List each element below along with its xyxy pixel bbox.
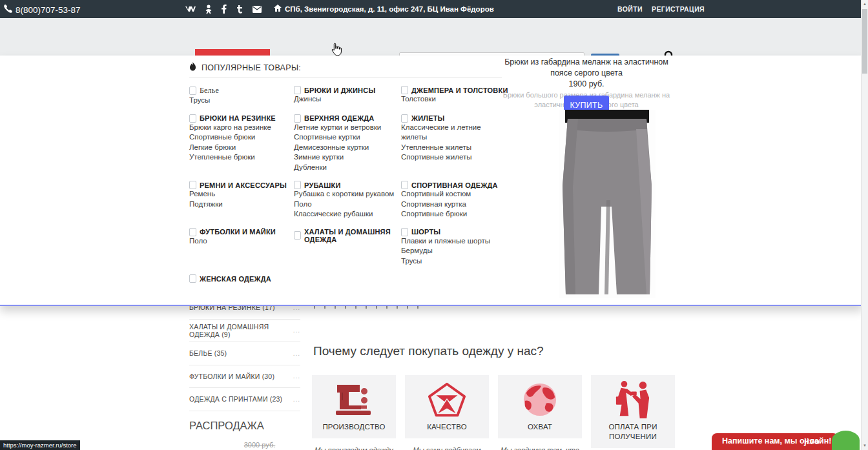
menu-subcategory-link[interactable]: Спортивные жилеты: [401, 152, 508, 163]
menu-subcategory-link[interactable]: Спортивная куртка: [401, 199, 508, 210]
menu-subcategory-link[interactable]: Ремень: [189, 189, 294, 199]
sidebar-category-item[interactable]: ОДЕЖДА С ПРИНТАМИ (23)...: [189, 388, 300, 411]
menu-category-label: БРЮКИ И ДЖИНСЫ: [304, 87, 375, 94]
menu-subcategory-link[interactable]: Летние куртки и ветровки: [294, 123, 401, 133]
menu-category-link[interactable]: ШОРТЫ: [401, 228, 508, 236]
sidebar-category-label: ХАЛАТЫ И ДОМАШНЯЯ ОДЕЖДА (9): [189, 323, 293, 338]
menu-group: ВЕРХНЯЯ ОДЕЖДАЛетние куртки и ветровкиСп…: [294, 114, 401, 173]
globe-icon: [521, 382, 559, 418]
promo-product-title: Брюки из габардина меланж на эластичном …: [497, 57, 676, 79]
sidebar-category-item[interactable]: БЕЛЬЕ (35)...: [189, 342, 300, 365]
dress-icon: [189, 274, 196, 283]
menu-category-link[interactable]: БРЮКИ НА РЕЗИНКЕ: [189, 114, 294, 123]
topbar: 8(800)707-53-87 СПб, Звенигородская, д. …: [0, 0, 868, 18]
scrollbar-up-arrow[interactable]: ▲: [862, 2, 867, 6]
menu-category-label: ДЖЕМПЕРА И ТОЛСТОВКИ: [411, 87, 508, 94]
menu-subcategory-link[interactable]: Классические рубашки: [294, 209, 401, 220]
phone-icon: [4, 4, 13, 15]
elastic-pants-icon: [189, 114, 196, 123]
menu-group: ХАЛАТЫ И ДОМАШНЯЯ ОДЕЖДА: [294, 228, 401, 267]
menu-category-label: ЖИЛЕТЫ: [411, 114, 445, 122]
feature-title: ОХВАТ: [528, 422, 552, 432]
menu-subcategory-link[interactable]: Поло: [294, 199, 401, 210]
menu-subcategory-link[interactable]: Трусы: [189, 96, 294, 106]
menu-category-label: ХАЛАТЫ И ДОМАШНЯЯ ОДЕЖДА: [304, 228, 401, 243]
vk-icon[interactable]: [185, 5, 196, 13]
scrollbar-down-arrow[interactable]: ▼: [862, 444, 867, 447]
menu-category-link[interactable]: ЖЕНСКАЯ ОДЕЖДА: [189, 274, 294, 283]
sweater-icon: [401, 86, 408, 94]
menu-category-label: БРЮКИ НА РЕЗИНКЕ: [200, 114, 276, 122]
menu-group: [401, 274, 508, 283]
menu-subcategory-link[interactable]: Утепленные жилеты: [401, 143, 508, 153]
menu-category-link[interactable]: ВЕРХНЯЯ ОДЕЖДА: [294, 114, 401, 123]
sidebar-category-label: ФУТБОЛКИ И МАЙКИ (30): [189, 373, 274, 380]
feature-text: Мы производим одежду: [312, 445, 396, 450]
sidebar-more-indicator: ...: [293, 327, 300, 334]
menu-subcategory-link[interactable]: Демисезонные куртки: [294, 143, 401, 153]
shorts-icon: [401, 228, 408, 236]
menu-subcategory-link[interactable]: Спортивные брюки: [189, 132, 294, 143]
menu-subcategory-link[interactable]: Подтяжки: [189, 199, 294, 210]
menu-subcategory-link[interactable]: Толстовки: [401, 94, 508, 105]
menu-subcategory-link[interactable]: Джинсы: [294, 94, 401, 105]
menu-subcategory-link[interactable]: Зимние куртки: [294, 152, 401, 163]
feature-card-top: ОПЛАТА ПРИ ПОЛУЧЕНИИ: [591, 375, 675, 448]
menu-group: ШОРТЫПлавки и пляжные шортыБермудыТрусы: [401, 228, 508, 267]
menu-subcategory-link[interactable]: Поло: [189, 236, 294, 247]
menu-category-link[interactable]: ЖИЛЕТЫ: [401, 114, 508, 123]
phone-number: 8(800)707-53-87: [4, 4, 81, 15]
promo-product-image: [559, 110, 656, 301]
chat-leaf-icon[interactable]: [832, 431, 860, 450]
menu-category-link[interactable]: БРЮКИ И ДЖИНСЫ: [294, 86, 401, 94]
register-link[interactable]: РЕГИСТРАЦИЯ: [652, 5, 705, 13]
sale-old-price: 3000 руб.: [227, 441, 292, 449]
feature-card: ПРОИЗВОДСТВОМы производим одежду: [312, 375, 396, 450]
tshirt-icon: [189, 228, 196, 236]
scrollbar-thumb[interactable]: [862, 9, 867, 74]
menu-subcategory-link[interactable]: Плавки и пляжные шорты: [401, 236, 508, 247]
payment-on-delivery-icon: [614, 382, 652, 418]
store-address-text: СПб, Звенигородская, д. 11, офис 247, БЦ…: [285, 5, 494, 13]
menu-subcategory-link[interactable]: Рубашка с коротким рукавом: [294, 189, 401, 199]
login-link[interactable]: ВОЙТИ: [617, 5, 643, 13]
menu-category-link[interactable]: СПОРТИВНАЯ ОДЕЖДА: [401, 181, 508, 189]
menu-category-link[interactable]: ДЖЕМПЕРА И ТОЛСТОВКИ: [401, 86, 508, 94]
menu-category-label: ФУТБОЛКИ И МАЙКИ: [200, 228, 276, 236]
menu-category-label: РЕМНИ И АКСЕССУАРЫ: [200, 181, 287, 189]
menu-subcategory-link[interactable]: Спортивные куртки: [294, 132, 401, 143]
menu-subcategory-link[interactable]: Трусы: [401, 256, 508, 267]
menu-category-label: ШОРТЫ: [411, 228, 440, 236]
menu-subcategory-link[interactable]: Классические и летние жилеты: [401, 123, 508, 143]
scrollbar[interactable]: ▲ ▼: [861, 0, 868, 450]
popular-products-title: ПОПУЛЯРНЫЕ ТОВАРЫ:: [202, 63, 301, 72]
sidebar-category-item[interactable]: ХАЛАТЫ И ДОМАШНЯЯ ОДЕЖДА (9)...: [189, 320, 300, 343]
menu-subcategory-link[interactable]: Утепленные брюки: [189, 152, 294, 163]
menu-category-label: СПОРТИВНАЯ ОДЕЖДА: [411, 181, 498, 189]
menu-subcategory-link[interactable]: Брюки карго на резинке: [189, 123, 294, 133]
facebook-icon[interactable]: [222, 5, 227, 14]
menu-category-link[interactable]: ХАЛАТЫ И ДОМАШНЯЯ ОДЕЖДА: [294, 228, 401, 243]
chat-widget[interactable]: Напишите нам, мы онлайн! jivo: [712, 433, 838, 450]
status-bar-url: https://moy-razmer.ru/store: [0, 440, 80, 450]
menu-subcategory-link[interactable]: Бермуды: [401, 246, 508, 256]
menu-subcategory-link[interactable]: Дубленки: [294, 163, 401, 173]
odnoklassniki-icon[interactable]: [205, 5, 212, 14]
feature-card-top: ПРОИЗВОДСТВО: [312, 375, 396, 438]
menu-subcategory-link[interactable]: Спортивные брюки: [401, 209, 508, 220]
sidebar-category-item[interactable]: ФУТБОЛКИ И МАЙКИ (30)...: [189, 365, 300, 389]
shirt-icon: [294, 181, 301, 189]
menu-category-link[interactable]: ФУТБОЛКИ И МАЙКИ: [189, 228, 294, 236]
store-address: СПб, Звенигородская, д. 11, офис 247, БЦ…: [274, 5, 494, 13]
menu-category-link[interactable]: РУБАШКИ: [294, 181, 401, 189]
underwear-icon: [189, 87, 196, 95]
menu-subcategory-link[interactable]: Легкие брюки: [189, 143, 294, 153]
menu-category-link[interactable]: Белье: [189, 86, 294, 96]
menu-category-label: Белье: [200, 86, 219, 96]
menu-category-link[interactable]: РЕМНИ И АКСЕССУАРЫ: [189, 181, 294, 189]
twitter-icon[interactable]: [236, 5, 243, 14]
jivo-logo: jivo: [804, 436, 820, 446]
menu-subcategory-link[interactable]: Спортивный костюм: [401, 189, 508, 199]
menu-group: СПОРТИВНАЯ ОДЕЖДАСпортивный костюмСпорти…: [401, 181, 508, 220]
email-icon[interactable]: [253, 6, 262, 13]
